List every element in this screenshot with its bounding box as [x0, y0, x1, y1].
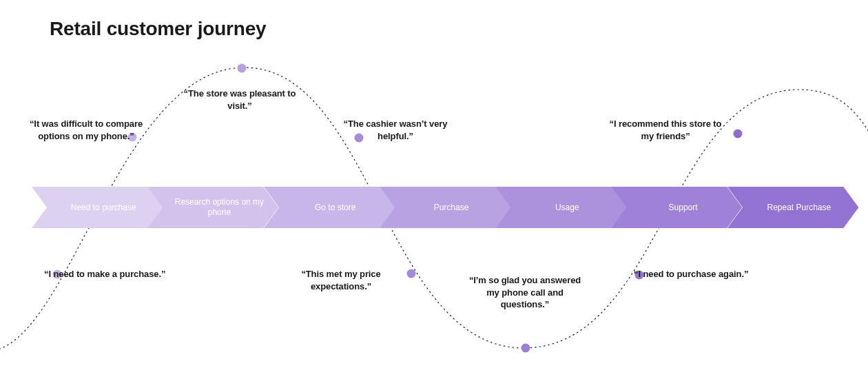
quote-need: “I need to make a purchase.” [44, 268, 168, 280]
curve-dot [734, 130, 743, 139]
curve-dot [238, 64, 247, 73]
stage-chevron: Need to purchase [32, 187, 163, 228]
curve-dot [521, 344, 530, 353]
stage-label: Repeat Purchase [727, 187, 858, 228]
curve-dot [407, 269, 416, 278]
stage-chevron: Usage [495, 187, 626, 228]
stage-chevron: Research options on my phone [147, 187, 278, 228]
stage-label: Purchase [380, 187, 510, 228]
stage-chevron: Repeat Purchase [727, 187, 858, 228]
stage-chevron: Purchase [380, 187, 510, 228]
quote-repeat-need: “I need to purchase again.” [634, 268, 758, 280]
quote-research: “It was difficult to compare options on … [24, 118, 148, 142]
stage-label: Research options on my phone [147, 187, 278, 228]
stage-label: Need to purchase [32, 187, 163, 228]
quote-price: “This met my price expectations.” [279, 268, 403, 292]
quote-recommend: “I recommend this store to my friends” [603, 118, 727, 142]
stage-label: Support [611, 187, 742, 228]
stage-label: Usage [495, 187, 626, 228]
quote-cashier: “The cashier wasn’t very helpful.” [333, 118, 457, 142]
quote-store: “The store was pleasant to visit.” [178, 88, 302, 112]
quote-support: “I’m so glad you answered my phone call … [463, 274, 587, 311]
page-title: Retail customer journey [50, 18, 266, 40]
stage-bar: Need to purchaseResearch options on my p… [32, 187, 858, 228]
stage-chevron: Go to store [264, 187, 395, 228]
stage-chevron: Support [611, 187, 742, 228]
stage-label: Go to store [264, 187, 395, 228]
